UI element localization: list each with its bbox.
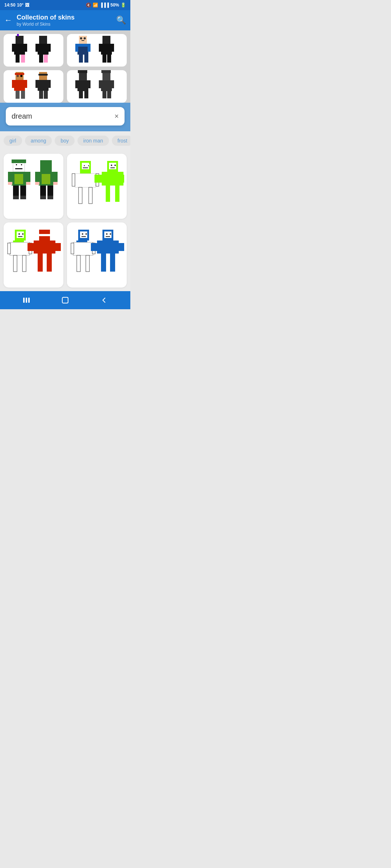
svg-rect-109 <box>106 186 110 202</box>
search-clear-button[interactable]: × <box>114 112 119 120</box>
svg-rect-56 <box>99 80 102 88</box>
page-subtitle: by World of Skins <box>17 22 112 27</box>
svg-rect-12 <box>44 55 48 63</box>
svg-point-131 <box>82 233 83 235</box>
svg-rect-52 <box>84 91 88 98</box>
bg-skin-svg-4 <box>68 70 126 103</box>
tag-iron-man[interactable]: iron man <box>77 136 109 146</box>
svg-rect-11 <box>39 55 43 63</box>
svg-rect-117 <box>10 242 30 255</box>
svg-rect-17 <box>81 40 84 41</box>
app-bar: ← Collection of skins by World of Skins … <box>0 10 130 30</box>
svg-rect-10 <box>48 44 51 52</box>
svg-rect-26 <box>99 44 102 52</box>
search-box[interactable]: × <box>6 107 125 125</box>
svg-rect-31 <box>15 73 24 75</box>
bg-skin-card-1 <box>4 34 63 67</box>
svg-rect-65 <box>15 168 22 169</box>
svg-rect-144 <box>106 236 110 237</box>
menu-icon <box>22 296 31 305</box>
svg-rect-147 <box>119 243 124 251</box>
svg-rect-145 <box>97 241 119 254</box>
svg-rect-5 <box>16 55 20 63</box>
back-icon <box>100 296 108 305</box>
svg-rect-151 <box>26 298 27 303</box>
search-button[interactable]: 🔍 <box>116 16 126 25</box>
svg-rect-47 <box>79 73 87 80</box>
skin-svg-3 <box>7 226 61 284</box>
svg-rect-23 <box>84 55 88 63</box>
skin-card-4[interactable] <box>67 222 127 288</box>
tag-frost[interactable]: frost <box>112 136 130 146</box>
svg-rect-38 <box>21 91 25 99</box>
svg-rect-80 <box>35 172 39 183</box>
svg-point-15 <box>80 37 82 39</box>
svg-rect-57 <box>111 80 114 88</box>
skin-card-1[interactable] <box>4 154 63 219</box>
signal-icon: ▐▐▐ <box>100 3 109 8</box>
search-input[interactable] <box>12 112 114 120</box>
svg-rect-83 <box>53 182 58 185</box>
skin-card-3[interactable] <box>4 222 63 288</box>
svg-rect-72 <box>26 182 30 185</box>
svg-rect-82 <box>35 182 39 185</box>
bg-skin-card-4 <box>67 70 127 103</box>
svg-rect-68 <box>14 174 23 184</box>
wifi-icon: 📶 <box>93 3 98 8</box>
svg-rect-150 <box>23 298 25 303</box>
bg-skin-card-3 <box>4 70 63 103</box>
svg-rect-139 <box>86 255 89 272</box>
tag-boy[interactable]: boy <box>55 136 75 146</box>
svg-rect-115 <box>18 236 22 237</box>
svg-rect-42 <box>35 80 38 88</box>
svg-rect-84 <box>40 186 46 196</box>
svg-rect-99 <box>79 187 82 204</box>
battery: 50% <box>110 3 119 8</box>
page-title: Collection of skins <box>17 14 112 22</box>
background-skins <box>0 30 130 103</box>
skin-card-2[interactable] <box>67 154 127 219</box>
svg-rect-9 <box>35 44 38 52</box>
svg-rect-48 <box>77 80 88 91</box>
svg-rect-79 <box>42 174 50 184</box>
svg-rect-123 <box>39 234 50 236</box>
svg-point-114 <box>22 233 24 235</box>
svg-rect-45 <box>44 91 48 99</box>
svg-rect-76 <box>20 196 26 199</box>
tag-among[interactable]: among <box>25 136 52 146</box>
time: 14:50 <box>4 3 16 8</box>
skin-svg-2 <box>70 157 124 215</box>
svg-rect-50 <box>88 80 91 88</box>
svg-rect-37 <box>16 91 20 99</box>
svg-rect-13 <box>79 36 87 44</box>
svg-rect-110 <box>115 186 119 202</box>
svg-rect-77 <box>40 160 52 172</box>
svg-rect-51 <box>79 91 83 98</box>
svg-rect-81 <box>53 172 58 183</box>
nav-home-button[interactable] <box>58 293 72 307</box>
svg-point-143 <box>110 233 111 235</box>
svg-rect-152 <box>28 298 30 303</box>
bg-skin-card-2 <box>67 34 127 67</box>
svg-rect-44 <box>39 91 43 99</box>
skin-svg-4 <box>70 226 124 284</box>
nav-back-button[interactable] <box>97 293 111 307</box>
svg-rect-27 <box>111 44 114 52</box>
svg-point-16 <box>84 37 86 39</box>
tag-girl[interactable]: girl <box>4 136 22 146</box>
svg-rect-86 <box>40 196 46 199</box>
svg-rect-59 <box>107 91 111 98</box>
svg-rect-8 <box>38 44 49 55</box>
search-overlay: × <box>0 103 130 131</box>
nav-menu-button[interactable] <box>19 293 34 307</box>
svg-rect-138 <box>77 255 80 272</box>
svg-point-113 <box>18 233 20 235</box>
temp: 10° <box>17 3 24 8</box>
app-bar-title: Collection of skins by World of Skins <box>17 14 112 27</box>
svg-rect-146 <box>91 243 97 251</box>
svg-rect-39 <box>39 72 47 80</box>
svg-rect-102 <box>102 172 123 186</box>
back-button[interactable]: ← <box>4 16 12 25</box>
svg-rect-104 <box>123 175 124 183</box>
photo-icon: 🖼 <box>25 3 29 8</box>
